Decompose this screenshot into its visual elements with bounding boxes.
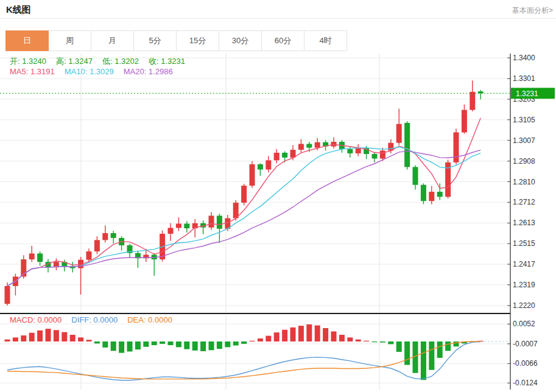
candle-body-22 <box>184 223 189 228</box>
macd-bar-40 <box>331 332 337 342</box>
macd-bar-52 <box>429 341 434 370</box>
macd-bar-33 <box>274 332 280 341</box>
candle-body-26 <box>217 215 222 228</box>
macd-bar-6 <box>54 330 59 341</box>
macd-bar-23 <box>192 341 198 351</box>
macd-bar-22 <box>184 341 189 349</box>
candle-body-48 <box>396 124 402 143</box>
macd-bar-17 <box>143 341 149 347</box>
candle-body-4 <box>37 253 43 262</box>
macd-bar-16 <box>135 341 141 349</box>
macd-bar-25 <box>209 341 214 350</box>
macd-bar-32 <box>266 336 271 341</box>
macd-bar-30 <box>250 341 255 341</box>
candle-body-36 <box>298 144 304 150</box>
candle-body-13 <box>111 233 116 238</box>
macd-bar-38 <box>315 326 320 341</box>
macd-bar-4 <box>37 331 43 341</box>
main-tick-label-3: 1.3105 <box>513 116 535 124</box>
macd-bar-45 <box>372 341 378 342</box>
macd-bar-31 <box>258 338 263 341</box>
macd-bar-44 <box>364 341 369 341</box>
candle-body-28 <box>233 203 239 219</box>
macd-bar-8 <box>70 335 76 341</box>
candle-body-43 <box>356 148 361 153</box>
macd-bar-47 <box>388 341 393 344</box>
candle-body-33 <box>274 153 280 160</box>
candle-body-20 <box>168 228 174 234</box>
candle-body-30 <box>250 164 255 186</box>
macd-bar-51 <box>421 341 426 380</box>
macd-bar-10 <box>86 340 92 341</box>
candle-body-32 <box>266 160 271 169</box>
macd-tick-label-2: -0.0066 <box>513 359 538 368</box>
macd-bar-39 <box>323 328 328 341</box>
candle-body-31 <box>258 164 263 170</box>
macd-bar-29 <box>241 341 247 344</box>
candle-body-10 <box>86 251 92 260</box>
candle-body-29 <box>241 186 247 203</box>
macd-bar-37 <box>306 324 312 341</box>
macd-bar-21 <box>176 341 181 347</box>
candle-body-57 <box>470 92 475 110</box>
kline-page: K线图 基本面分析> 日周月5分15分30分60分4时 1.34001.3301… <box>0 0 556 392</box>
macd-bar-5 <box>46 329 51 341</box>
macd-bar-35 <box>290 327 296 341</box>
candle-body-0 <box>5 286 10 304</box>
main-tick-label-4: 1.3007 <box>513 136 535 145</box>
macd-bar-14 <box>119 341 124 353</box>
candle-body-49 <box>404 123 410 167</box>
candle-body-21 <box>176 223 181 228</box>
main-tick-label-9: 1.2515 <box>513 239 535 248</box>
macd-bar-9 <box>78 337 83 341</box>
main-tick-label-0: 1.3400 <box>513 54 535 62</box>
macd-bar-3 <box>29 333 35 341</box>
main-tick-label-5: 1.2908 <box>513 157 535 166</box>
macd-bar-46 <box>380 341 385 343</box>
main-tick-label-6: 1.2810 <box>513 178 535 186</box>
macd-bar-2 <box>21 335 26 341</box>
macd-bar-54 <box>445 341 451 351</box>
candle-body-58 <box>478 91 484 93</box>
candle-body-45 <box>372 154 378 159</box>
macd-bar-20 <box>168 341 174 345</box>
main-tick-label-12: 1.2220 <box>513 301 535 310</box>
macd-bar-43 <box>356 340 361 341</box>
main-tick-label-11: 1.2319 <box>513 281 535 289</box>
candle-body-46 <box>380 150 385 158</box>
candle-body-25 <box>209 215 214 227</box>
candle-body-51 <box>421 185 426 201</box>
candle-body-3 <box>29 253 35 259</box>
candle-body-38 <box>315 142 320 148</box>
macd-bar-18 <box>152 341 157 345</box>
candle-body-53 <box>437 192 443 197</box>
macd-bar-11 <box>94 341 100 343</box>
macd-bar-26 <box>217 341 222 349</box>
macd-bar-34 <box>282 330 287 341</box>
candle-body-55 <box>454 132 459 162</box>
candle-body-34 <box>282 153 287 158</box>
main-tick-label-7: 1.2712 <box>513 198 535 206</box>
kline-chart-canvas[interactable]: 1.34001.33011.32031.31051.30071.29081.28… <box>0 0 556 392</box>
candle-body-56 <box>462 110 467 133</box>
main-tick-label-1: 1.3301 <box>513 74 535 83</box>
macd-bar-36 <box>298 326 304 341</box>
macd-tick-label-3: -0.0124 <box>513 379 538 387</box>
macd-bar-49 <box>404 341 410 365</box>
macd-tick-label-1: -0.0007 <box>513 340 538 348</box>
macd-bar-0 <box>5 340 10 341</box>
candle-body-42 <box>347 149 353 153</box>
macd-bar-53 <box>437 341 443 358</box>
macd-bar-15 <box>127 341 133 352</box>
main-tick-label-10: 1.2417 <box>513 260 535 268</box>
tab-period-0[interactable]: 日 <box>5 30 49 51</box>
macd-bar-48 <box>396 341 402 352</box>
macd-bar-27 <box>225 341 230 347</box>
macd-bar-24 <box>200 341 206 351</box>
last-price-tag-label: 1.3231 <box>516 89 538 98</box>
macd-bar-13 <box>111 341 116 351</box>
macd-bar-12 <box>102 341 108 348</box>
macd-bar-28 <box>233 341 239 346</box>
macd-bar-19 <box>160 341 165 344</box>
macd-tick-label-0: 0.0052 <box>513 320 535 328</box>
